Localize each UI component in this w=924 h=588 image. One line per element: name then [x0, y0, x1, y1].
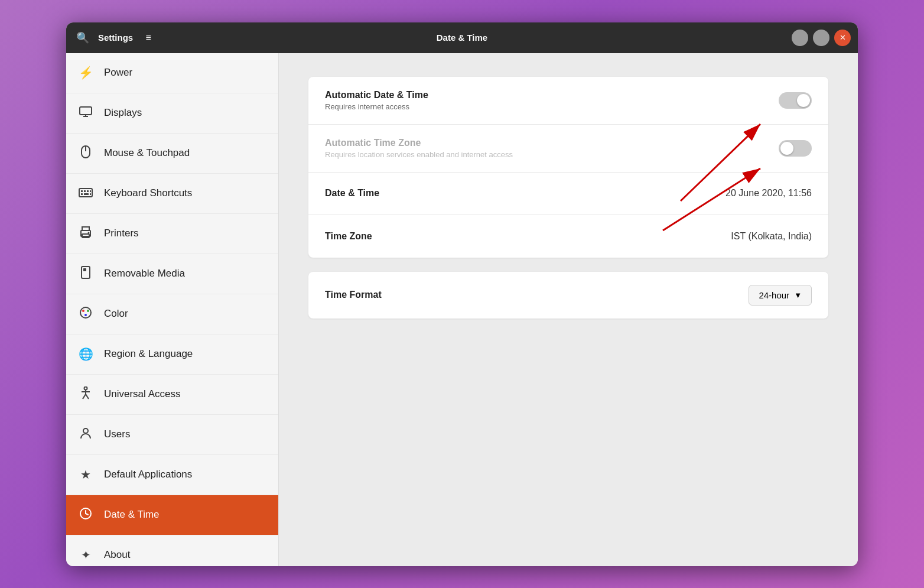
- auto-date-time-label: Automatic Date & Time: [325, 90, 779, 100]
- window-controls: − □ ✕: [792, 30, 851, 46]
- auto-timezone-toggle[interactable]: [779, 140, 812, 157]
- timezone-label-group: Time Zone: [325, 231, 731, 242]
- svg-line-26: [83, 394, 86, 399]
- sidebar-item-universal-access[interactable]: Universal Access: [66, 375, 278, 415]
- page-title: Date & Time: [437, 33, 487, 43]
- time-format-card: Time Format 24-hour ▼: [308, 272, 828, 319]
- date-time-label-group: Date & Time: [325, 188, 725, 199]
- svg-point-21: [87, 310, 89, 312]
- sidebar-label-universal-access: Universal Access: [104, 388, 180, 400]
- svg-rect-18: [83, 268, 86, 271]
- timezone-row-label: Time Zone: [325, 231, 731, 242]
- date-time-row: Date & Time 20 June 2020, 11:56: [308, 173, 828, 215]
- sidebar-label-about: About: [104, 549, 130, 561]
- sidebar-label-color: Color: [104, 308, 128, 320]
- auto-timezone-label: Automatic Time Zone: [325, 138, 779, 148]
- about-icon: ✦: [78, 548, 93, 562]
- sidebar-label-removable: Removable Media: [104, 268, 185, 280]
- svg-rect-12: [90, 193, 91, 195]
- sidebar-label-keyboard: Keyboard Shortcuts: [104, 187, 192, 199]
- sidebar-label-displays: Displays: [104, 107, 142, 119]
- users-icon: [78, 427, 93, 442]
- sidebar-label-power: Power: [104, 67, 132, 79]
- region-icon: 🌐: [78, 347, 93, 361]
- maximize-button[interactable]: □: [813, 30, 829, 46]
- svg-rect-7: [84, 190, 86, 192]
- svg-point-16: [88, 232, 90, 233]
- svg-rect-6: [81, 190, 83, 192]
- sidebar-label-users: Users: [104, 428, 130, 440]
- time-format-label: Time Format: [325, 290, 749, 300]
- time-format-dropdown[interactable]: 24-hour ▼: [749, 285, 812, 306]
- keyboard-icon: [78, 187, 93, 200]
- search-button[interactable]: 🔍: [73, 28, 92, 47]
- svg-point-22: [84, 314, 87, 316]
- date-time-icon: [78, 507, 93, 523]
- mouse-icon: [78, 145, 93, 161]
- default-apps-icon: ★: [78, 467, 93, 482]
- sidebar-label-mouse: Mouse & Touchpad: [104, 147, 190, 159]
- svg-rect-8: [87, 190, 89, 192]
- auto-date-time-toggle[interactable]: [779, 92, 812, 109]
- svg-rect-10: [81, 193, 83, 195]
- removable-media-icon: [78, 266, 93, 282]
- sidebar-item-displays[interactable]: Displays: [66, 93, 278, 134]
- svg-line-31: [86, 514, 88, 515]
- svg-line-27: [86, 394, 89, 399]
- printer-icon: [78, 226, 93, 241]
- auto-timezone-label-group: Automatic Time Zone Requires location se…: [325, 138, 779, 159]
- sidebar-item-region[interactable]: 🌐 Region & Language: [66, 334, 278, 375]
- svg-rect-0: [80, 107, 92, 115]
- sidebar-item-date-time[interactable]: Date & Time: [66, 495, 278, 535]
- svg-rect-11: [84, 193, 89, 195]
- content-area: ⚡ Power Displays Mouse & Touchpad: [66, 53, 858, 566]
- svg-point-20: [82, 310, 84, 312]
- titlebar-left: 🔍 Settings ≡: [73, 28, 158, 47]
- timezone-row: Time Zone IST (Kolkata, India): [308, 215, 828, 258]
- date-time-row-label: Date & Time: [325, 188, 725, 199]
- sidebar-label-date-time: Date & Time: [104, 509, 160, 521]
- svg-rect-14: [82, 227, 89, 230]
- sidebar-item-power[interactable]: ⚡ Power: [66, 53, 278, 93]
- app-title: Settings: [98, 33, 133, 43]
- menu-button[interactable]: ≡: [139, 28, 158, 47]
- sidebar-label-printers: Printers: [104, 228, 139, 239]
- time-format-value: 24-hour: [759, 290, 789, 300]
- sidebar-label-region: Region & Language: [104, 348, 193, 360]
- displays-icon: [78, 106, 93, 120]
- sidebar-item-removable[interactable]: Removable Media: [66, 254, 278, 294]
- power-icon: ⚡: [78, 66, 93, 80]
- main-content: Automatic Date & Time Requires internet …: [279, 53, 858, 566]
- time-format-row: Time Format 24-hour ▼: [308, 272, 828, 319]
- auto-timezone-sublabel: Requires location services enabled and i…: [325, 150, 779, 159]
- sidebar-item-color[interactable]: Color: [66, 294, 278, 334]
- sidebar-item-printers[interactable]: Printers: [66, 214, 278, 254]
- time-format-label-group: Time Format: [325, 290, 749, 300]
- sidebar-item-default-apps[interactable]: ★ Default Applications: [66, 455, 278, 495]
- auto-date-time-row: Automatic Date & Time Requires internet …: [308, 77, 828, 125]
- titlebar: 🔍 Settings ≡ Date & Time − □ ✕: [66, 22, 858, 53]
- dropdown-arrow-icon: ▼: [794, 291, 802, 300]
- sidebar-item-about[interactable]: ✦ About: [66, 535, 278, 566]
- color-icon: [78, 306, 93, 322]
- sidebar-label-default-apps: Default Applications: [104, 469, 192, 480]
- svg-point-19: [80, 307, 91, 318]
- universal-access-icon: [78, 386, 93, 402]
- datetime-settings-card: Automatic Date & Time Requires internet …: [308, 77, 828, 258]
- auto-timezone-row: Automatic Time Zone Requires location se…: [308, 125, 828, 173]
- settings-window: 🔍 Settings ≡ Date & Time − □ ✕ ⚡ Power D…: [66, 22, 858, 566]
- svg-point-28: [83, 428, 88, 433]
- svg-rect-9: [90, 190, 91, 192]
- date-time-value: 20 June 2020, 11:56: [725, 188, 812, 199]
- auto-date-time-label-group: Automatic Date & Time Requires internet …: [325, 90, 779, 111]
- auto-date-time-sublabel: Requires internet access: [325, 102, 779, 111]
- minimize-button[interactable]: −: [792, 30, 808, 46]
- sidebar-item-keyboard[interactable]: Keyboard Shortcuts: [66, 174, 278, 214]
- svg-point-23: [84, 386, 87, 389]
- sidebar-item-mouse[interactable]: Mouse & Touchpad: [66, 134, 278, 174]
- timezone-value: IST (Kolkata, India): [731, 231, 812, 242]
- sidebar-item-users[interactable]: Users: [66, 415, 278, 455]
- svg-rect-5: [79, 189, 92, 197]
- close-button[interactable]: ✕: [834, 30, 851, 46]
- main-relative: Automatic Date & Time Requires internet …: [308, 77, 828, 319]
